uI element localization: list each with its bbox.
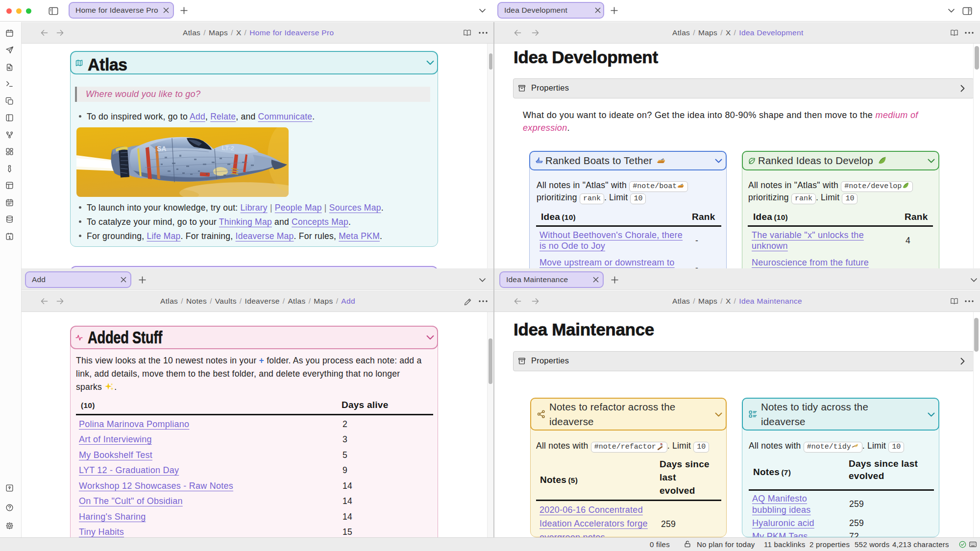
svg-text:LT-2: LT-2	[221, 144, 235, 152]
